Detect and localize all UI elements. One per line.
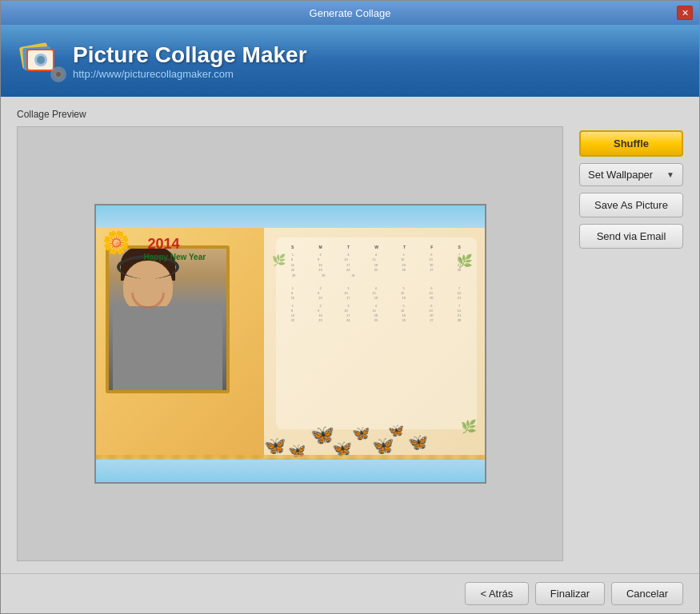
collage-preview: 🌼 2014 Happy New Year — [94, 204, 486, 484]
set-wallpaper-button[interactable]: Set Wallpaper ▼ — [579, 163, 683, 186]
butterfly-8: 🦋 — [408, 433, 428, 452]
footer: < Atrás Finalizar Cancelar — [1, 573, 699, 613]
wavy-line — [96, 455, 485, 460]
collage-bottom-strip — [96, 458, 485, 482]
close-button[interactable]: ✕ — [677, 6, 693, 20]
save-as-picture-button[interactable]: Save As Picture — [579, 193, 683, 217]
leaf-right-1: 🌿 — [457, 253, 473, 269]
photo-frame — [106, 245, 230, 393]
window-title: Generate Collage — [23, 7, 677, 19]
butterfly-1: 🦋 — [264, 436, 286, 457]
app-url: http://www/picturecollagmaker.com — [73, 68, 307, 80]
dropdown-arrow: ▼ — [666, 170, 674, 179]
butterfly-7: 🦋 — [388, 423, 404, 438]
collage-top-strip — [96, 205, 485, 228]
butterfly-5: 🦋 — [352, 425, 370, 442]
svg-point-8 — [56, 72, 61, 77]
send-email-button[interactable]: Send via Email — [579, 224, 683, 249]
person-body — [113, 306, 222, 390]
app-name: Picture Collage Maker — [73, 42, 307, 69]
main-window: Generate Collage ✕ Picture Collage Maker… — [0, 0, 700, 614]
preview-container: 🌼 2014 Happy New Year — [17, 126, 563, 561]
flower-decoration: 🌼 — [102, 229, 130, 256]
header-text: Picture Collage Maker http://www/picture… — [73, 42, 307, 81]
cancel-button[interactable]: Cancelar — [611, 582, 683, 605]
calendar-area: SMTWTFS 1234567 891011121314 15161718192… — [276, 237, 477, 429]
leaf-right-2: 🌿 — [461, 419, 477, 434]
svg-point-5 — [37, 56, 45, 64]
leaf-left: 🌿 — [272, 253, 286, 266]
shuffle-button[interactable]: Shuffle — [579, 130, 683, 157]
sidebar-buttons: Shuffle Set Wallpaper ▼ Save As Picture … — [579, 126, 683, 561]
butterfly-6: 🦋 — [372, 436, 394, 457]
back-button[interactable]: < Atrás — [465, 582, 529, 605]
header-banner: Picture Collage Maker http://www/picture… — [1, 25, 699, 97]
title-bar: Generate Collage ✕ — [1, 1, 699, 25]
finish-button[interactable]: Finalizar — [535, 582, 605, 605]
content-area: Collage Preview 🌼 2014 — [1, 97, 699, 573]
butterfly-3: 🦋 — [310, 424, 334, 446]
main-row: 🌼 2014 Happy New Year — [17, 126, 683, 561]
section-label: Collage Preview — [17, 109, 683, 120]
greeting-text: Happy New Year — [144, 252, 206, 262]
app-logo — [17, 33, 73, 89]
year-text: 2014 — [148, 236, 180, 253]
